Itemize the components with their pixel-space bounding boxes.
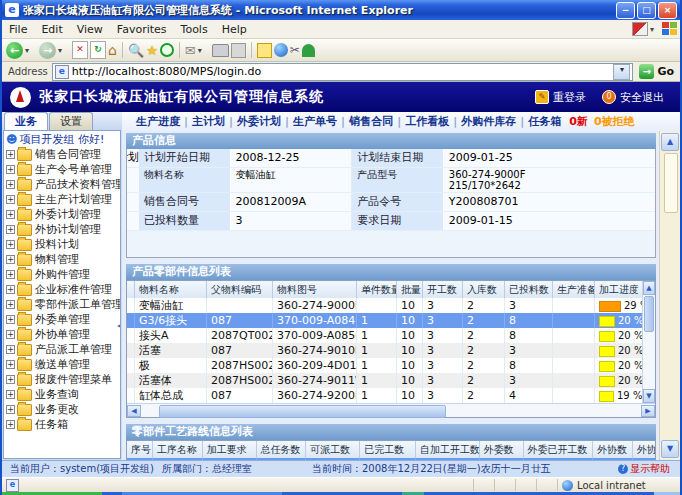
expand-icon[interactable]: + xyxy=(6,345,15,354)
scroll-thumb[interactable] xyxy=(644,296,654,332)
column-header[interactable]: 入库数 xyxy=(463,281,505,298)
nav-item-5[interactable]: 工作看板 xyxy=(401,114,453,129)
sidebar-item-11[interactable]: +外委单管理 xyxy=(4,312,120,327)
column-header[interactable]: 父物料编码 xyxy=(207,281,273,298)
sidebar-item-10[interactable]: +零部件派工单管理 xyxy=(4,297,120,312)
stop-icon[interactable]: ✕ xyxy=(72,41,88,59)
expand-icon[interactable]: + xyxy=(6,300,15,309)
column-header[interactable] xyxy=(127,281,135,298)
expand-icon[interactable]: + xyxy=(6,270,15,279)
maximize-button[interactable]: □ xyxy=(637,2,656,19)
column-header[interactable]: 物料名称 xyxy=(135,281,207,298)
nav-item-3[interactable]: 生产单号 xyxy=(289,114,341,129)
column-header[interactable]: 批量 xyxy=(397,281,423,298)
column-header[interactable]: 单件数量 xyxy=(357,281,397,298)
column-header[interactable]: 开工数 xyxy=(423,281,463,298)
parts-row-5[interactable]: 活塞体2087HS002360-274-9011W11032320 % xyxy=(127,373,642,388)
parts-row-1[interactable]: G3/6接头087370-009-A084011032820 % xyxy=(127,313,642,328)
sidebar-item-7[interactable]: +物料管理 xyxy=(4,252,120,267)
menu-item-favorites[interactable]: Favorites xyxy=(110,23,174,36)
parts-row-4[interactable]: 极2087HS002360-209-4D01011032820 % xyxy=(127,358,642,373)
sidebar-item-9[interactable]: +企业标准件管理 xyxy=(4,282,120,297)
expand-icon[interactable]: + xyxy=(6,420,15,429)
refresh-icon[interactable]: ↻ xyxy=(90,41,106,59)
expand-icon[interactable]: + xyxy=(6,240,15,249)
column-header[interactable]: 已完工数 xyxy=(360,441,416,458)
scroll-down-icon[interactable]: ▼ xyxy=(661,440,679,458)
sidebar-collapse-icon[interactable]: ◂ xyxy=(117,321,121,330)
column-header[interactable]: 生产准备 xyxy=(553,281,595,298)
sidebar-item-5[interactable]: +外协计划管理 xyxy=(4,222,120,237)
home-icon[interactable]: ⌂ xyxy=(108,41,117,59)
sidebar-item-13[interactable]: +产品派工单管理 xyxy=(4,342,120,357)
scroll-thumb[interactable] xyxy=(159,405,446,418)
mail-icon[interactable]: ✉ xyxy=(185,41,196,59)
mail-dropdown-icon[interactable]: ▾ xyxy=(198,46,202,55)
parts-horizontal-scrollbar[interactable]: ◀ ▶ xyxy=(127,403,655,417)
nav-item-2[interactable]: 外委计划 xyxy=(233,114,285,129)
history-icon[interactable] xyxy=(160,41,174,59)
column-header[interactable]: 外委数 xyxy=(480,441,524,458)
sidebar-item-6[interactable]: +投料计划 xyxy=(4,237,120,252)
parts-row-6[interactable]: 缸体总成087360-274-9200F11032419 % xyxy=(127,388,642,403)
column-header[interactable]: 可派工数 xyxy=(306,441,360,458)
sidebar-item-16[interactable]: +业务查询 xyxy=(4,387,120,402)
expand-icon[interactable]: + xyxy=(6,150,15,159)
column-header[interactable]: 序号 xyxy=(127,441,153,458)
column-header[interactable]: 外协 xyxy=(633,441,655,458)
route-table-row[interactable]: 1总装按图组装10205300 xyxy=(127,458,655,460)
messenger-globe-icon[interactable] xyxy=(274,41,288,59)
favorites-icon[interactable]: ★ xyxy=(146,41,158,59)
menu-item-help[interactable]: Help xyxy=(215,23,254,36)
back-icon[interactable]: ← xyxy=(6,41,23,59)
expand-icon[interactable]: + xyxy=(6,165,15,174)
address-input[interactable]: e http://localhost:8080/MPS/login.do ▾ xyxy=(52,63,634,81)
sidebar-tab-设置[interactable]: 设置 xyxy=(49,112,93,130)
print-icon[interactable] xyxy=(212,41,229,59)
expand-icon[interactable]: + xyxy=(6,360,15,369)
scroll-up-icon[interactable]: ▲ xyxy=(661,133,679,151)
sidebar-item-1[interactable]: +生产令号单管理 xyxy=(4,162,120,177)
sidebar-item-0[interactable]: +销售合同管理 xyxy=(4,147,120,162)
column-header[interactable]: 加工要求 xyxy=(203,441,257,458)
go-button[interactable]: → Go xyxy=(639,64,674,79)
expand-icon[interactable]: + xyxy=(6,285,15,294)
addon-dropdown-icon[interactable]: ▾ xyxy=(650,25,654,34)
column-header[interactable]: 外委已开工数 xyxy=(524,441,594,458)
forward-icon[interactable]: → xyxy=(39,41,56,59)
expand-icon[interactable]: + xyxy=(6,180,15,189)
sidebar-item-14[interactable]: +缴送单管理 xyxy=(4,357,120,372)
expand-icon[interactable]: + xyxy=(6,210,15,219)
parts-row-0[interactable]: 变幅油缸360-274-9000F1032329 % xyxy=(127,298,642,313)
sidebar-item-2[interactable]: +产品技术资料管理 xyxy=(4,177,120,192)
parts-row-3[interactable]: 活塞087360-274-9010F11032320 % xyxy=(127,343,642,358)
nav-item-6[interactable]: 外购件库存 xyxy=(457,114,520,129)
close-button[interactable]: × xyxy=(658,2,677,19)
expand-icon[interactable]: + xyxy=(6,195,15,204)
column-header[interactable]: 已投料数 xyxy=(505,281,553,298)
nav-item-1[interactable]: 主计划 xyxy=(188,114,229,129)
column-header[interactable]: 总任务数 xyxy=(257,441,307,458)
parts-row-2[interactable]: 接头A2087QT002370-009-A085011032820 % xyxy=(127,328,642,343)
column-header[interactable]: 物料图号 xyxy=(273,281,357,298)
menu-item-file[interactable]: File xyxy=(2,23,34,36)
relogin-button[interactable]: ✎ 重登录 xyxy=(535,90,586,105)
menu-item-edit[interactable]: Edit xyxy=(34,23,69,36)
edit-icon[interactable] xyxy=(231,41,246,59)
minimize-button[interactable]: − xyxy=(616,2,635,19)
expand-icon[interactable]: + xyxy=(6,390,15,399)
column-header[interactable]: 自加工开工数 xyxy=(416,441,480,458)
sidebar-item-12[interactable]: +外协单管理 xyxy=(4,327,120,342)
expand-icon[interactable]: + xyxy=(6,330,15,339)
expand-icon[interactable]: + xyxy=(6,255,15,264)
sidebar-item-4[interactable]: +外委计划管理 xyxy=(4,207,120,222)
sidebar-item-8[interactable]: +外购件管理 xyxy=(4,267,120,282)
scroll-right-icon[interactable]: ▶ xyxy=(641,405,655,417)
forward-dropdown-icon[interactable]: ▾ xyxy=(58,46,62,55)
column-header[interactable]: 加工进度 xyxy=(595,281,642,298)
scroll-down-icon[interactable]: ▼ xyxy=(643,389,655,403)
nav-item-4[interactable]: 销售合同 xyxy=(345,114,397,129)
search-icon[interactable]: 🔍 xyxy=(128,41,144,59)
scroll-up-icon[interactable]: ▲ xyxy=(643,281,655,295)
column-header[interactable]: 工序名称 xyxy=(153,441,203,458)
